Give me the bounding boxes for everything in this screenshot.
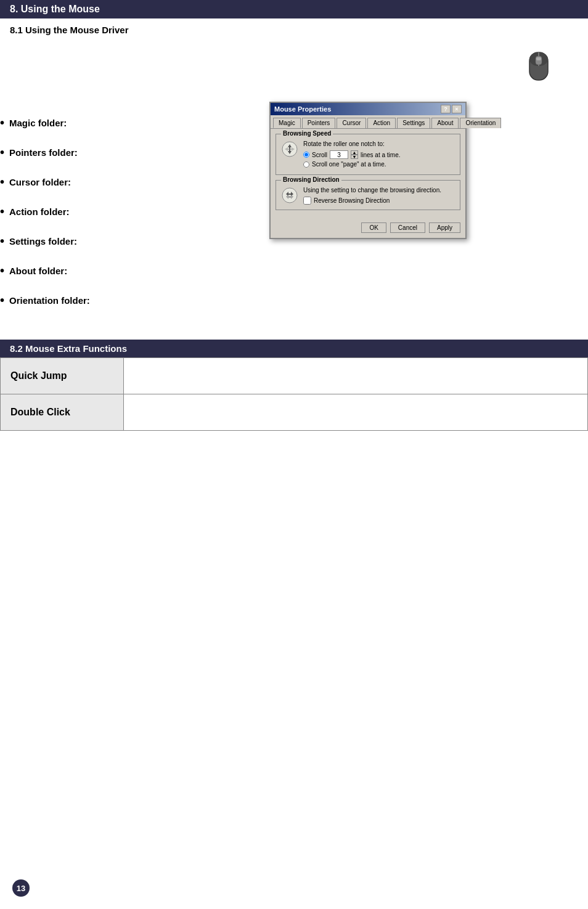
svg-point-6 xyxy=(282,188,297,203)
rotate-text: Rotate the roller one notch to: xyxy=(303,141,455,147)
browsing-speed-group: Browsing Speed Rotate the roller one not… xyxy=(276,134,460,175)
mouse-icon xyxy=(526,46,551,83)
section-header: 8. Using the Mouse xyxy=(0,0,588,18)
section-title: 8. Using the Mouse xyxy=(10,4,100,14)
direction-icon xyxy=(281,187,298,204)
reverse-checkbox[interactable] xyxy=(303,197,311,205)
reverse-label: Reverse Browsing Direction xyxy=(314,197,390,204)
browsing-speed-content: Rotate the roller one notch to: Scroll ▲… xyxy=(281,141,455,169)
dialog-titlebar: Mouse Properties ? × xyxy=(271,103,465,115)
dialog-body: Browsing Speed Rotate the roller one not… xyxy=(271,129,465,220)
table-row: Double Click xyxy=(1,394,588,431)
dialog-footer: OK Cancel Apply xyxy=(271,220,465,238)
dialog-titlebar-buttons: ? × xyxy=(441,105,462,113)
dialog-tab-settings[interactable]: Settings xyxy=(397,118,430,128)
scroll-label: Scroll xyxy=(312,152,327,158)
section-82-title: 8.2 Mouse Extra Functions xyxy=(10,343,127,354)
section-82: 8.2 Mouse Extra Functions Quick JumpDoub… xyxy=(0,340,588,431)
browsing-direction-group: Browsing Direction Using the setting to … xyxy=(276,180,460,210)
dialog-tab-pointers[interactable]: Pointers xyxy=(302,118,336,128)
page-radio[interactable] xyxy=(303,161,309,168)
cancel-button[interactable]: Cancel xyxy=(390,222,425,233)
dialog-container: Mouse Properties ? × MagicPointersCursor… xyxy=(148,102,588,315)
dialog-title: Mouse Properties xyxy=(274,105,331,113)
spinner-down[interactable]: ▼ xyxy=(351,155,358,159)
direction-text: Using the setting to change the browsing… xyxy=(303,187,455,194)
scroll-radio[interactable] xyxy=(303,152,309,158)
mouse-properties-dialog: Mouse Properties ? × MagicPointersCursor… xyxy=(269,102,467,239)
reverse-checkbox-option[interactable]: Reverse Browsing Direction xyxy=(303,197,455,205)
page-number: 13 xyxy=(12,879,30,897)
svg-rect-4 xyxy=(536,57,541,60)
lines-text: lines at a time. xyxy=(361,152,400,158)
browsing-speed-label: Browsing Speed xyxy=(281,130,333,137)
mouse-icon-area xyxy=(0,40,588,96)
spinner: ▲ ▼ xyxy=(351,150,358,159)
dialog-tabs: MagicPointersCursorActionSettingsAboutOr… xyxy=(271,115,465,129)
close-button[interactable]: × xyxy=(452,105,462,113)
subsection-title: 8.1 Using the Mouse Driver xyxy=(0,18,588,40)
spinner-up[interactable]: ▲ xyxy=(351,150,358,155)
browsing-speed-text: Rotate the roller one notch to: Scroll ▲… xyxy=(303,141,455,169)
browsing-direction-label: Browsing Direction xyxy=(281,176,341,183)
scroll-radio-option[interactable]: Scroll ▲ ▼ lines at a time. xyxy=(303,150,455,159)
dialog-tab-about[interactable]: About xyxy=(431,118,459,128)
section-82-header: 8.2 Mouse Extra Functions xyxy=(0,340,588,357)
help-button[interactable]: ? xyxy=(441,105,451,113)
function-label-0: Quick Jump xyxy=(1,358,124,394)
bullet-item-0: Magic folder: xyxy=(0,108,136,137)
scroll-icon xyxy=(281,141,298,158)
browsing-direction-text: Using the setting to change the browsing… xyxy=(303,187,455,205)
function-desc-0 xyxy=(124,358,588,394)
dialog-tab-cursor[interactable]: Cursor xyxy=(337,118,366,128)
bullet-item-1: Pointers folder: xyxy=(0,137,136,167)
table-row: Quick Jump xyxy=(1,358,588,394)
content-layout: Magic folder:Pointers folder:Cursor fold… xyxy=(0,102,588,315)
functions-table: Quick JumpDouble Click xyxy=(0,357,588,431)
ok-button[interactable]: OK xyxy=(361,222,386,233)
bullet-item-3: Action folder: xyxy=(0,197,136,226)
bullet-item-6: Orientation folder: xyxy=(0,285,136,315)
page-text: Scroll one "page" at a time. xyxy=(312,161,386,168)
bullet-item-2: Cursor folder: xyxy=(0,167,136,197)
bullet-item-5: About folder: xyxy=(0,256,136,285)
page-radio-option[interactable]: Scroll one "page" at a time. xyxy=(303,161,455,168)
function-desc-1 xyxy=(124,394,588,431)
dialog-tab-magic[interactable]: Magic xyxy=(273,118,301,128)
dialog-tab-action[interactable]: Action xyxy=(367,118,396,128)
apply-button[interactable]: Apply xyxy=(429,222,460,233)
scroll-value-input[interactable] xyxy=(330,150,348,159)
dialog-tab-orientation[interactable]: Orientation xyxy=(460,118,501,128)
bullet-list: Magic folder:Pointers folder:Cursor fold… xyxy=(0,102,136,315)
bullet-item-4: Settings folder: xyxy=(0,226,136,256)
browsing-direction-content: Using the setting to change the browsing… xyxy=(281,187,455,205)
function-label-1: Double Click xyxy=(1,394,124,431)
